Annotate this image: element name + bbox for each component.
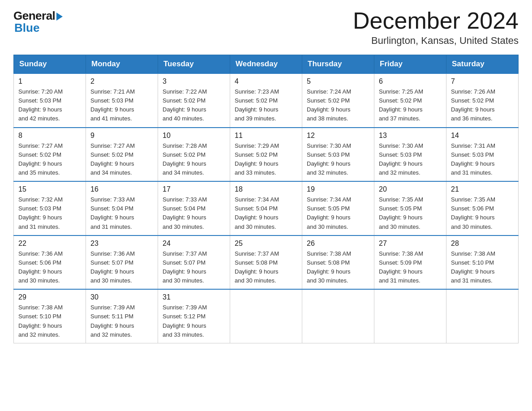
col-header-friday: Friday — [374, 55, 446, 74]
day-number: 7 — [451, 77, 514, 86]
day-info: Sunrise: 7:35 AMSunset: 5:06 PMDaylight:… — [451, 196, 495, 230]
day-number: 10 — [163, 132, 225, 140]
day-number: 24 — [163, 240, 225, 248]
logo-arrow-icon — [56, 13, 63, 21]
day-number: 4 — [235, 77, 297, 86]
day-number: 9 — [90, 132, 153, 140]
day-info: Sunrise: 7:35 AMSunset: 5:05 PMDaylight:… — [379, 196, 423, 230]
day-number: 27 — [379, 240, 442, 248]
calendar-cell: 12 Sunrise: 7:30 AMSunset: 5:03 PMDaylig… — [302, 128, 374, 182]
day-info: Sunrise: 7:25 AMSunset: 5:02 PMDaylight:… — [379, 88, 423, 122]
day-number: 25 — [235, 240, 297, 248]
day-number: 29 — [18, 293, 81, 301]
day-number: 8 — [18, 132, 81, 140]
day-number: 30 — [90, 293, 153, 301]
day-info: Sunrise: 7:32 AMSunset: 5:03 PMDaylight:… — [18, 196, 63, 230]
calendar-cell: 29 Sunrise: 7:38 AMSunset: 5:10 PMDaylig… — [14, 289, 86, 343]
calendar-cell: 15 Sunrise: 7:32 AMSunset: 5:03 PMDaylig… — [14, 181, 86, 235]
calendar-cell: 5 Sunrise: 7:24 AMSunset: 5:02 PMDayligh… — [302, 73, 374, 128]
day-number: 2 — [90, 77, 153, 86]
logo-blue-text: Blue — [14, 21, 39, 35]
day-info: Sunrise: 7:36 AMSunset: 5:07 PMDaylight:… — [90, 250, 135, 284]
day-info: Sunrise: 7:20 AMSunset: 5:03 PMDaylight:… — [18, 88, 63, 122]
calendar-cell: 21 Sunrise: 7:35 AMSunset: 5:06 PMDaylig… — [446, 181, 519, 235]
day-info: Sunrise: 7:34 AMSunset: 5:05 PMDaylight:… — [307, 196, 351, 230]
calendar-cell: 18 Sunrise: 7:34 AMSunset: 5:04 PMDaylig… — [230, 181, 302, 235]
day-number: 5 — [307, 77, 369, 86]
calendar-cell: 27 Sunrise: 7:38 AMSunset: 5:09 PMDaylig… — [374, 235, 446, 290]
week-row-5: 29 Sunrise: 7:38 AMSunset: 5:10 PMDaylig… — [14, 289, 519, 343]
calendar-cell: 7 Sunrise: 7:26 AMSunset: 5:02 PMDayligh… — [446, 73, 519, 128]
calendar-cell: 22 Sunrise: 7:36 AMSunset: 5:06 PMDaylig… — [14, 235, 86, 290]
day-info: Sunrise: 7:38 AMSunset: 5:10 PMDaylight:… — [18, 304, 63, 338]
week-row-4: 22 Sunrise: 7:36 AMSunset: 5:06 PMDaylig… — [14, 235, 519, 290]
logo: General Blue — [13, 9, 63, 35]
day-number: 18 — [235, 185, 297, 193]
col-header-saturday: Saturday — [446, 55, 519, 74]
day-info: Sunrise: 7:26 AMSunset: 5:02 PMDaylight:… — [451, 88, 495, 122]
day-number: 23 — [90, 240, 153, 248]
day-number: 31 — [163, 293, 225, 301]
calendar-cell: 2 Sunrise: 7:21 AMSunset: 5:03 PMDayligh… — [86, 73, 158, 128]
day-number: 12 — [307, 132, 369, 140]
calendar-cell — [230, 289, 302, 343]
day-info: Sunrise: 7:38 AMSunset: 5:09 PMDaylight:… — [379, 250, 423, 284]
col-header-wednesday: Wednesday — [230, 55, 302, 74]
col-header-thursday: Thursday — [302, 55, 374, 74]
day-number: 21 — [451, 185, 514, 193]
col-header-tuesday: Tuesday — [158, 55, 230, 74]
calendar-cell — [374, 289, 446, 343]
calendar-cell: 28 Sunrise: 7:38 AMSunset: 5:10 PMDaylig… — [446, 235, 519, 290]
week-row-2: 8 Sunrise: 7:27 AMSunset: 5:02 PMDayligh… — [14, 128, 519, 182]
location-subtitle: Burlington, Kansas, United States — [353, 35, 519, 47]
calendar-header-row: SundayMondayTuesdayWednesdayThursdayFrid… — [14, 55, 519, 74]
calendar-cell: 30 Sunrise: 7:39 AMSunset: 5:11 PMDaylig… — [86, 289, 158, 343]
day-number: 15 — [18, 185, 81, 193]
day-info: Sunrise: 7:33 AMSunset: 5:04 PMDaylight:… — [90, 196, 135, 230]
day-info: Sunrise: 7:23 AMSunset: 5:02 PMDaylight:… — [235, 88, 279, 122]
day-number: 19 — [307, 185, 369, 193]
calendar-cell: 13 Sunrise: 7:30 AMSunset: 5:03 PMDaylig… — [374, 128, 446, 182]
day-info: Sunrise: 7:21 AMSunset: 5:03 PMDaylight:… — [90, 88, 135, 122]
calendar-cell — [302, 289, 374, 343]
day-info: Sunrise: 7:30 AMSunset: 5:03 PMDaylight:… — [379, 142, 423, 176]
week-row-1: 1 Sunrise: 7:20 AMSunset: 5:03 PMDayligh… — [14, 73, 519, 128]
day-info: Sunrise: 7:27 AMSunset: 5:02 PMDaylight:… — [90, 142, 135, 176]
col-header-monday: Monday — [86, 55, 158, 74]
calendar-cell: 16 Sunrise: 7:33 AMSunset: 5:04 PMDaylig… — [86, 181, 158, 235]
day-info: Sunrise: 7:38 AMSunset: 5:08 PMDaylight:… — [307, 250, 351, 284]
day-number: 16 — [90, 185, 153, 193]
day-number: 28 — [451, 240, 514, 248]
title-area: December 2024 Burlington, Kansas, United… — [353, 9, 519, 47]
day-number: 6 — [379, 77, 442, 86]
calendar-cell: 11 Sunrise: 7:29 AMSunset: 5:02 PMDaylig… — [230, 128, 302, 182]
day-number: 26 — [307, 240, 369, 248]
day-info: Sunrise: 7:33 AMSunset: 5:04 PMDaylight:… — [163, 196, 207, 230]
calendar-cell: 8 Sunrise: 7:27 AMSunset: 5:02 PMDayligh… — [14, 128, 86, 182]
day-info: Sunrise: 7:27 AMSunset: 5:02 PMDaylight:… — [18, 142, 63, 176]
day-number: 13 — [379, 132, 442, 140]
day-info: Sunrise: 7:22 AMSunset: 5:02 PMDaylight:… — [163, 88, 207, 122]
day-info: Sunrise: 7:24 AMSunset: 5:02 PMDaylight:… — [307, 88, 351, 122]
day-number: 1 — [18, 77, 81, 86]
day-info: Sunrise: 7:39 AMSunset: 5:12 PMDaylight:… — [163, 304, 207, 338]
calendar-cell: 17 Sunrise: 7:33 AMSunset: 5:04 PMDaylig… — [158, 181, 230, 235]
day-info: Sunrise: 7:28 AMSunset: 5:02 PMDaylight:… — [163, 142, 207, 176]
month-title: December 2024 — [353, 9, 519, 32]
day-info: Sunrise: 7:38 AMSunset: 5:10 PMDaylight:… — [451, 250, 495, 284]
calendar-cell: 20 Sunrise: 7:35 AMSunset: 5:05 PMDaylig… — [374, 181, 446, 235]
day-number: 17 — [163, 185, 225, 193]
day-info: Sunrise: 7:31 AMSunset: 5:03 PMDaylight:… — [451, 142, 495, 176]
day-info: Sunrise: 7:29 AMSunset: 5:02 PMDaylight:… — [235, 142, 279, 176]
day-number: 14 — [451, 132, 514, 140]
calendar-cell: 4 Sunrise: 7:23 AMSunset: 5:02 PMDayligh… — [230, 73, 302, 128]
calendar-table: SundayMondayTuesdayWednesdayThursdayFrid… — [13, 55, 519, 343]
day-number: 3 — [163, 77, 225, 86]
day-info: Sunrise: 7:37 AMSunset: 5:07 PMDaylight:… — [163, 250, 207, 284]
day-number: 11 — [235, 132, 297, 140]
calendar-cell — [446, 289, 519, 343]
calendar-cell: 14 Sunrise: 7:31 AMSunset: 5:03 PMDaylig… — [446, 128, 519, 182]
calendar-cell: 25 Sunrise: 7:37 AMSunset: 5:08 PMDaylig… — [230, 235, 302, 290]
calendar-cell: 1 Sunrise: 7:20 AMSunset: 5:03 PMDayligh… — [14, 73, 86, 128]
calendar-cell: 10 Sunrise: 7:28 AMSunset: 5:02 PMDaylig… — [158, 128, 230, 182]
